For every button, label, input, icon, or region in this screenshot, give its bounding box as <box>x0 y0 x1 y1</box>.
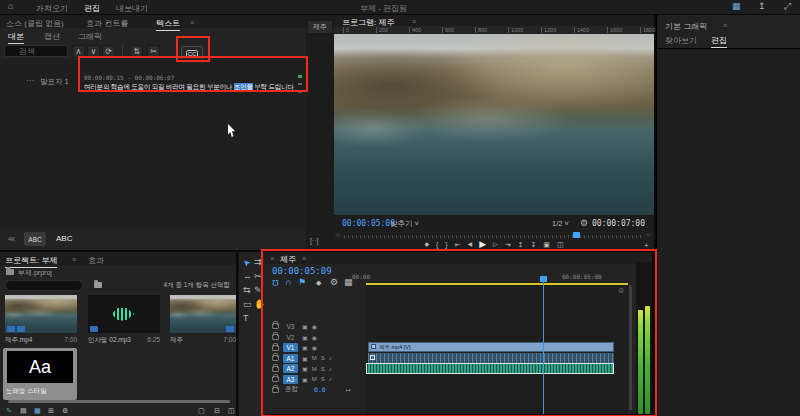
timeline-tab[interactable]: 제주 <box>280 254 296 265</box>
segment-button[interactable]: ✂ <box>147 45 160 58</box>
panel-menu-icon[interactable]: ≡ <box>302 254 306 263</box>
lock-icon[interactable] <box>272 387 279 393</box>
step-back-icon[interactable]: ◀ <box>468 240 473 249</box>
wrench-icon[interactable]: ⚙ <box>330 278 338 287</box>
track-header-a1[interactable]: A1▣MS♪ <box>264 353 366 363</box>
header-tab-import[interactable]: 가져오기 <box>36 3 68 14</box>
freeform-view-icon[interactable]: ⊞ <box>48 406 54 415</box>
search-next-button[interactable]: ∨ <box>87 45 100 58</box>
marker-icon[interactable]: ◆ <box>316 278 321 287</box>
icon-view-icon[interactable]: ▦ <box>34 406 41 415</box>
project-item-audio[interactable]: 인사말 02.mp3 6:25 <box>88 295 160 343</box>
mix-value[interactable]: 0.0 <box>314 386 326 394</box>
snap-icon[interactable]: Ω <box>272 278 279 287</box>
workspace-icon[interactable]: ▦ <box>732 2 741 11</box>
segment-text[interactable]: 여러분의 학습에 도움이 되길 바라며 필요한 부분이나 조언을 부탁 드립니다 <box>84 83 298 92</box>
search-prev-button[interactable]: ∧ <box>72 45 85 58</box>
timeline-timecode[interactable]: 00:00:05:09 <box>272 266 332 276</box>
clip-audio-a1[interactable] <box>368 353 614 363</box>
track-header-v3[interactable]: V3▣◉ <box>264 321 366 331</box>
add-marker-icon[interactable]: ◆ <box>424 240 429 249</box>
source-patch-icon[interactable]: ▣ <box>302 355 308 362</box>
panel-menu-icon[interactable]: ≡ <box>723 21 727 30</box>
mic-icon[interactable]: ♪ <box>329 366 332 372</box>
tab-edit[interactable]: 편집 <box>711 35 727 48</box>
lock-icon[interactable] <box>272 345 279 351</box>
clip-video-v1[interactable]: 제주.mp4 [V] <box>368 342 614 352</box>
go-to-out-icon[interactable]: ⇥ <box>505 240 511 249</box>
program-scrubber[interactable]: ○ ○ <box>334 232 654 239</box>
fit-dropdown[interactable]: 맞추기 ˅ <box>390 219 419 229</box>
source-patch-icon[interactable]: ▣ <box>302 376 308 383</box>
track-header-v1[interactable]: V1▣◉ <box>264 342 366 353</box>
mute-button[interactable]: M <box>312 376 317 382</box>
flag-icon[interactable]: ⚑ <box>298 278 306 287</box>
horizontal-scrollbar[interactable] <box>8 400 230 403</box>
breadcrumb-label[interactable]: 부제.prproj <box>18 268 52 278</box>
share-icon[interactable]: ↥ <box>758 2 766 11</box>
panel-menu-icon[interactable]: ≡ <box>190 18 194 27</box>
footer-zoom-label[interactable]: 4K <box>8 236 15 242</box>
eye-icon[interactable]: ◉ <box>312 344 317 351</box>
project-search-input[interactable] <box>5 280 83 291</box>
new-item-icon[interactable]: ▢ <box>198 406 205 415</box>
eye-icon[interactable]: ◉ <box>312 334 317 341</box>
track-label[interactable]: A3 <box>283 375 298 384</box>
source-patch-icon[interactable]: ▣ <box>302 323 308 330</box>
track-header-a3[interactable]: A3▣MS♪ <box>264 374 366 384</box>
type-tool-icon[interactable]: T <box>243 314 249 323</box>
track-label[interactable]: V3 <box>283 322 298 331</box>
scrub-handle-right[interactable]: ○ <box>646 232 650 238</box>
timeline-ruler[interactable]: 00:00 00:00:05:00 <box>366 264 630 284</box>
rectangle-tool-icon[interactable]: ▭ <box>243 300 252 309</box>
new-bin-icon[interactable]: ⊟ <box>214 406 220 415</box>
mic-icon[interactable]: ♪ <box>329 376 332 382</box>
mark-out-icon[interactable]: } <box>445 240 447 249</box>
mic-icon[interactable]: ♪ <box>329 355 332 361</box>
razor-tool-icon[interactable]: ✂ <box>254 272 262 281</box>
lock-icon[interactable] <box>272 323 279 329</box>
slip-tool-icon[interactable]: ⇆ <box>243 286 251 295</box>
tab-browse[interactable]: 찾아보기 <box>665 35 697 46</box>
comparison-view-icon[interactable]: ◫ <box>557 240 564 249</box>
track-label[interactable]: V1 <box>283 343 298 352</box>
extract-icon[interactable]: ↧ <box>530 240 536 249</box>
button-editor-plus-icon[interactable]: + <box>644 241 649 250</box>
timeline-playhead-line[interactable] <box>543 276 544 414</box>
lock-icon[interactable] <box>272 355 279 361</box>
transcript-search-input[interactable] <box>4 45 68 57</box>
mark-in-icon[interactable]: { <box>436 240 438 249</box>
project-item-video[interactable]: 제주.mp4 7:00 <box>5 295 77 343</box>
program-timecode[interactable]: 00:00:05:08 <box>342 219 395 228</box>
zoom-dropdown[interactable]: 1/2 ˅ <box>552 219 569 228</box>
pencil-icon[interactable]: ✎ <box>6 406 12 415</box>
lock-icon[interactable] <box>272 366 279 372</box>
wrench-icon[interactable]: ⚙ <box>580 219 588 228</box>
lock-icon[interactable] <box>272 376 279 382</box>
panel-corner-icon[interactable]: [··] <box>310 237 319 244</box>
source-patch-icon[interactable]: ▣ <box>302 344 308 351</box>
timeline-settings-gear-icon[interactable]: ⚙ <box>618 286 624 295</box>
scrubber-playhead[interactable] <box>573 232 580 238</box>
mute-button[interactable]: M <box>312 366 317 372</box>
close-icon[interactable]: × <box>270 254 275 263</box>
solo-button[interactable]: S <box>321 355 325 361</box>
track-label[interactable]: V2 <box>283 333 298 342</box>
sort-button[interactable]: ⇅ <box>130 45 143 58</box>
lock-icon[interactable] <box>272 334 279 340</box>
lift-icon[interactable]: ↥ <box>518 240 524 249</box>
step-forward-icon[interactable]: ▷ <box>493 240 498 249</box>
eye-icon[interactable]: ◉ <box>312 323 317 330</box>
track-label[interactable]: A2 <box>283 364 298 373</box>
solo-button[interactable]: S <box>321 376 325 382</box>
mute-button[interactable]: M <box>312 355 317 361</box>
speaker-label[interactable]: 발표자 1 <box>40 77 69 87</box>
fullscreen-icon[interactable]: ⤢ <box>784 2 791 11</box>
play-icon[interactable]: ▶ <box>479 240 486 249</box>
home-icon[interactable]: ⌂ <box>8 2 13 11</box>
track-header-a2[interactable]: A2▣MS♪ <box>264 363 366 374</box>
keyframe-icon[interactable]: ↦ <box>346 386 351 393</box>
ripple-edit-tool-icon[interactable]: ↔ <box>243 272 252 281</box>
linked-selection-icon[interactable]: ∩ <box>285 278 291 287</box>
scrub-handle-left[interactable]: ○ <box>336 232 340 238</box>
